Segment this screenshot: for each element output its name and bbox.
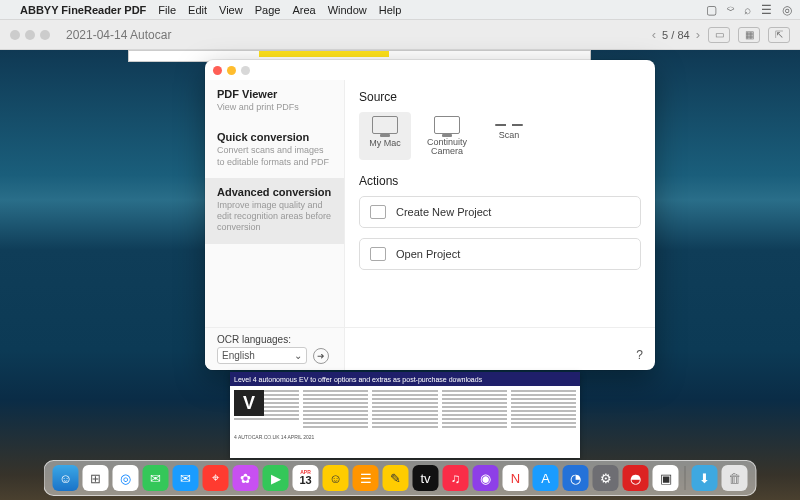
sidebar-item-advanced-conversion[interactable]: Advanced conversion Improve image qualit… xyxy=(205,178,344,244)
dock-finder[interactable]: ☺ xyxy=(53,465,79,491)
monitor-icon xyxy=(372,116,398,134)
window-controls[interactable] xyxy=(10,30,50,40)
app-name[interactable]: ABBYY FineReader PDF xyxy=(20,4,146,16)
menu-area[interactable]: Area xyxy=(292,4,315,16)
sidebar-item-title: PDF Viewer xyxy=(217,88,332,100)
new-project-icon xyxy=(370,205,386,219)
dialog-sidebar: PDF Viewer View and print PDFs Quick con… xyxy=(205,80,345,370)
menubar: ABBYY FineReader PDF File Edit View Page… xyxy=(0,0,800,20)
toolbar-export-icon[interactable]: ⇱ xyxy=(768,27,790,43)
sidebar-item-title: Quick conversion xyxy=(217,131,332,143)
scanner-icon xyxy=(495,124,523,126)
action-label: Create New Project xyxy=(396,206,491,218)
dropcap: V xyxy=(234,390,264,416)
dock-appstore[interactable]: A xyxy=(533,465,559,491)
ocr-language-select[interactable]: English ⌄ xyxy=(217,347,307,364)
create-new-project-button[interactable]: Create New Project xyxy=(359,196,641,228)
dock-reminders[interactable]: ☰ xyxy=(353,465,379,491)
sidebar-item-desc: Convert scans and images to editable for… xyxy=(217,145,332,168)
close-button[interactable] xyxy=(213,66,222,75)
source-my-mac[interactable]: My Mac xyxy=(359,112,411,160)
prev-page-button[interactable]: ‹ xyxy=(652,27,656,42)
menu-file[interactable]: File xyxy=(158,4,176,16)
dock-tv[interactable]: tv xyxy=(413,465,439,491)
zoom-button[interactable] xyxy=(241,66,250,75)
dock-safari[interactable]: ◎ xyxy=(113,465,139,491)
action-label: Open Project xyxy=(396,248,460,260)
siri-icon[interactable]: ◎ xyxy=(782,3,792,17)
article-caption: Level 4 autonomous EV to offer options a… xyxy=(230,372,580,386)
dock-messages[interactable]: ✉ xyxy=(143,465,169,491)
dock-notes[interactable]: ✎ xyxy=(383,465,409,491)
section-actions-label: Actions xyxy=(359,174,641,188)
menu-window[interactable]: Window xyxy=(328,4,367,16)
source-continuity-camera[interactable]: Continuity Camera xyxy=(421,112,473,160)
source-label: Continuity Camera xyxy=(425,138,469,156)
source-label: Scan xyxy=(499,130,520,140)
toolbar-thumbnails-icon[interactable]: ▦ xyxy=(738,27,760,43)
minimize-button[interactable] xyxy=(227,66,236,75)
dock-app-red[interactable]: ◓ xyxy=(623,465,649,491)
section-source-label: Source xyxy=(359,90,641,104)
ocr-languages-label: OCR languages: xyxy=(217,334,329,345)
dock: ☺ ⊞ ◎ ✉ ✉ ⌖ ✿ ▶ APR13 ☺ ☰ ✎ tv ♫ ◉ N A ◔… xyxy=(44,460,757,496)
document-toolbar: 2021-04-14 Autocar ‹ 5 / 84 › ▭ ▦ ⇱ xyxy=(0,20,800,50)
sidebar-item-pdf-viewer[interactable]: PDF Viewer View and print PDFs xyxy=(205,80,344,123)
dock-mail[interactable]: ✉ xyxy=(173,465,199,491)
dock-music[interactable]: ♫ xyxy=(443,465,469,491)
dock-trash[interactable]: 🗑 xyxy=(722,465,748,491)
control-center-icon[interactable]: ☰ xyxy=(761,3,772,17)
page-current: 5 xyxy=(662,29,668,41)
next-page-button[interactable]: › xyxy=(696,27,700,42)
sidebar-item-desc: View and print PDFs xyxy=(217,102,332,113)
dock-app-white[interactable]: ▣ xyxy=(653,465,679,491)
document-title: 2021-04-14 Autocar xyxy=(66,28,171,42)
toolbar-view-icon[interactable]: ▭ xyxy=(708,27,730,43)
menubar-status-icons: ▢ ⌔ ⌕ ☰ ◎ xyxy=(706,3,792,17)
open-project-button[interactable]: Open Project xyxy=(359,238,641,270)
dock-maps[interactable]: ⌖ xyxy=(203,465,229,491)
dock-separator xyxy=(685,466,686,490)
page-footnote: 4 AUTOCAR.CO.UK 14 APRIL 2021 xyxy=(230,434,580,440)
help-button[interactable]: ? xyxy=(636,348,643,362)
dock-facetime[interactable]: ▶ xyxy=(263,465,289,491)
dock-news[interactable]: N xyxy=(503,465,529,491)
source-label: My Mac xyxy=(369,138,401,148)
sidebar-item-title: Advanced conversion xyxy=(217,186,332,198)
dock-settings[interactable]: ⚙ xyxy=(593,465,619,491)
page-navigator: ‹ 5 / 84 › xyxy=(652,27,700,42)
source-scan[interactable]: Scan xyxy=(483,112,535,160)
dock-launchpad[interactable]: ⊞ xyxy=(83,465,109,491)
menu-view[interactable]: View xyxy=(219,4,243,16)
menu-help[interactable]: Help xyxy=(379,4,402,16)
open-project-icon xyxy=(370,247,386,261)
battery-icon: ▢ xyxy=(706,3,717,17)
menu-edit[interactable]: Edit xyxy=(188,4,207,16)
dock-contacts[interactable]: ☺ xyxy=(323,465,349,491)
dock-photos[interactable]: ✿ xyxy=(233,465,259,491)
wifi-icon: ⌔ xyxy=(727,3,734,17)
dock-downloads[interactable]: ⬇ xyxy=(692,465,718,491)
page-total: 84 xyxy=(677,29,689,41)
dock-calendar[interactable]: APR13 xyxy=(293,465,319,491)
search-icon[interactable]: ⌕ xyxy=(744,3,751,17)
start-dialog: PDF Viewer View and print PDFs Quick con… xyxy=(205,60,655,370)
dock-podcasts[interactable]: ◉ xyxy=(473,465,499,491)
camera-icon xyxy=(434,116,460,134)
sidebar-item-desc: Improve image quality and edit recogniti… xyxy=(217,200,332,234)
document-page-preview: Level 4 autonomous EV to offer options a… xyxy=(230,372,580,458)
language-settings-icon[interactable]: ➜ xyxy=(313,348,329,364)
dialog-titlebar xyxy=(205,60,655,80)
dialog-main: Source My Mac Continuity Camera Scan Act… xyxy=(345,80,655,370)
menu-page[interactable]: Page xyxy=(255,4,281,16)
dock-abbyy[interactable]: ◔ xyxy=(563,465,589,491)
sidebar-item-quick-conversion[interactable]: Quick conversion Convert scans and image… xyxy=(205,123,344,178)
